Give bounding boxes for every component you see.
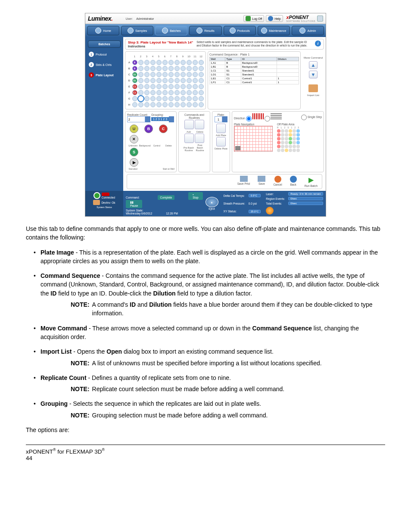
well-C9[interactable] [181, 72, 186, 77]
well-A11[interactable] [193, 60, 198, 65]
well-H6[interactable] [162, 102, 168, 107]
sidebar-item-stds-ctrls[interactable]: 2Stds & Ctrls [88, 61, 121, 68]
offplate-cell[interactable] [281, 129, 284, 133]
logoff-button[interactable]: Log Off [243, 15, 264, 22]
offplate-cell[interactable] [285, 133, 288, 137]
offplate-cell[interactable] [293, 149, 296, 152]
well-D9[interactable] [181, 78, 186, 83]
nav-protocols[interactable]: Protocols [224, 26, 256, 35]
add-cmd-button[interactable] [184, 134, 194, 143]
offplate-cell[interactable] [277, 129, 280, 133]
offplate-cell[interactable] [285, 141, 288, 144]
well-E3[interactable] [144, 84, 149, 89]
well-H9[interactable] [181, 102, 186, 107]
delete-well-button[interactable]: ✕ [130, 135, 138, 143]
well-H8[interactable] [174, 102, 180, 107]
offplate-cell[interactable] [277, 145, 280, 148]
background-button[interactable]: B [144, 124, 153, 133]
warmup-icon[interactable] [266, 207, 274, 215]
well-G5[interactable] [156, 96, 162, 101]
well-F2[interactable] [138, 90, 143, 95]
offplate-cell[interactable] [293, 133, 296, 137]
well-C11[interactable] [193, 72, 198, 77]
offplate-cell[interactable] [293, 137, 296, 140]
well-C7[interactable] [168, 72, 174, 77]
well-D10[interactable] [187, 78, 192, 83]
well-E7[interactable] [168, 84, 174, 89]
offplate-cell[interactable] [285, 129, 288, 133]
well-A12[interactable] [199, 60, 204, 65]
control-button[interactable]: C [159, 124, 168, 133]
seq-row[interactable]: 1,F1C1Control11 [210, 81, 299, 84]
well-G2[interactable] [137, 95, 144, 102]
move-down-button[interactable]: ▼ [309, 71, 318, 78]
well-B4[interactable] [150, 66, 156, 71]
well-E4[interactable] [150, 84, 156, 89]
offplate-cell[interactable] [289, 129, 292, 133]
offplate-cell[interactable] [277, 141, 280, 144]
well-B8[interactable] [174, 66, 180, 71]
well-B2[interactable] [138, 66, 143, 71]
offplate-cell[interactable] [277, 149, 280, 152]
well-F10[interactable] [187, 90, 192, 95]
offplate-cell[interactable] [296, 149, 300, 152]
plate-number-input[interactable]: 1 [215, 116, 222, 122]
well-F11[interactable] [193, 90, 198, 95]
window-minimize-button[interactable] [317, 16, 323, 22]
delete-cmd-button[interactable] [195, 134, 204, 143]
well-C12[interactable] [199, 72, 204, 77]
single-step-radio[interactable] [301, 115, 307, 120]
well-A8[interactable] [174, 60, 180, 65]
well-G6[interactable] [162, 96, 168, 101]
well-D6[interactable] [162, 78, 168, 83]
well-A7[interactable] [168, 60, 174, 65]
seq-row[interactable]: 1,C1S1Standard1 [210, 69, 299, 73]
offplate-cell[interactable] [289, 137, 292, 140]
offplate-cell[interactable] [293, 129, 296, 133]
plate-navigation-grid[interactable] [234, 126, 273, 152]
well-F4[interactable] [150, 90, 156, 95]
well-C5[interactable] [156, 72, 162, 77]
well-F7[interactable] [168, 90, 174, 95]
well-A6[interactable] [162, 60, 168, 65]
offplate-cell[interactable] [289, 149, 292, 152]
well-G12[interactable] [199, 96, 204, 101]
well-A2[interactable] [138, 60, 143, 65]
seq-row[interactable]: 1,D1S1Standard1 [210, 73, 299, 77]
well-B10[interactable] [187, 66, 192, 71]
well-G3[interactable] [144, 96, 149, 101]
well-G11[interactable] [193, 96, 198, 101]
start-at-well-button[interactable]: ▶ [130, 158, 138, 167]
save-button[interactable]: Save [258, 176, 265, 187]
well-F1[interactable]: C1 [132, 90, 137, 95]
offplate-cell[interactable] [277, 137, 280, 140]
well-A1[interactable]: B [132, 60, 137, 65]
well-D7[interactable] [168, 78, 174, 83]
offplate-cell[interactable] [281, 141, 284, 144]
replicate-count-input[interactable]: 2 [127, 116, 145, 122]
well-H12[interactable] [199, 102, 204, 107]
well-H2[interactable] [138, 102, 143, 107]
well-E11[interactable] [193, 84, 198, 89]
well-E1[interactable]: C1 [132, 84, 137, 89]
well-C4[interactable] [150, 72, 156, 77]
info-icon[interactable]: i [315, 40, 321, 47]
well-A4[interactable] [150, 60, 156, 65]
seq-table[interactable]: WellTypeIDDilution 1,A1BBackground01,B1B… [209, 57, 299, 84]
well-B11[interactable] [193, 66, 198, 71]
sidebar-item-plate-layout[interactable]: 3Plate Layout [88, 71, 121, 79]
offplate-cell[interactable] [285, 137, 288, 140]
well-C6[interactable] [162, 72, 168, 77]
offplate-grid[interactable] [277, 129, 303, 152]
back-button[interactable]: Back [290, 176, 297, 187]
offplate-cell[interactable] [289, 133, 292, 137]
well-F8[interactable] [174, 90, 180, 95]
stop-button[interactable]: ▪Stop [188, 192, 202, 200]
run-batch-button[interactable]: ▶Run Batch [305, 176, 318, 187]
well-H5[interactable] [156, 102, 162, 107]
direction-vertical-radio[interactable] [265, 116, 270, 121]
offplate-cell[interactable] [293, 141, 296, 144]
offplate-cell[interactable] [296, 145, 300, 148]
well-H10[interactable] [187, 102, 192, 107]
well-B7[interactable] [168, 66, 174, 71]
